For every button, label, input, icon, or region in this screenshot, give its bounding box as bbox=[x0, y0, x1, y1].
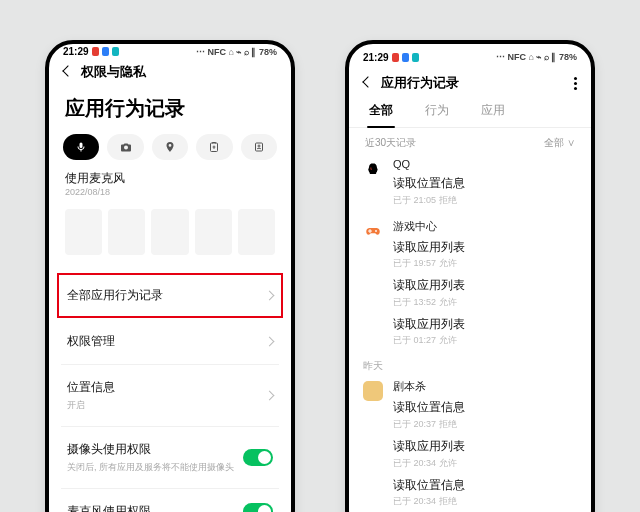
record-event: 读取应用列表 已于 01:27 允许 bbox=[393, 317, 577, 348]
chevron-right-icon bbox=[265, 391, 275, 401]
record-list: QQ 读取位置信息 已于 21:05 拒绝 游戏中心 读取应用列表 已于 19:… bbox=[349, 158, 591, 512]
location-state: 开启 bbox=[67, 399, 115, 412]
list-item[interactable]: QQ 读取位置信息 已于 21:05 拒绝 bbox=[363, 158, 577, 215]
tabs: 全部 行为 应用 bbox=[349, 96, 591, 128]
contacts-icon bbox=[253, 141, 265, 153]
app-name: 游戏中心 bbox=[393, 219, 577, 234]
header-title: 权限与隐私 bbox=[81, 63, 146, 81]
event-title: 读取位置信息 bbox=[393, 478, 577, 494]
status-time: 21:29 bbox=[363, 52, 389, 63]
mic-icon bbox=[75, 141, 87, 153]
location-icon bbox=[164, 141, 176, 153]
record-event: 读取位置信息 已于 20:37 拒绝 bbox=[393, 400, 577, 431]
header-title: 应用行为记录 bbox=[381, 74, 459, 92]
status-right: ⋯ NFC ⌂ ⌁ ⌕ ‖ 78% bbox=[196, 47, 277, 57]
mic-toggle-row: 麦克风使用权限 bbox=[61, 488, 279, 512]
app-name: 剧本杀 bbox=[393, 379, 577, 394]
status-pill-2 bbox=[102, 47, 109, 56]
app-icon-qq bbox=[363, 160, 383, 180]
day-label: 昨天 bbox=[363, 359, 577, 373]
filter-dropdown[interactable]: 全部 ∨ bbox=[544, 136, 575, 150]
usage-label: 使用麦克风 bbox=[49, 170, 291, 187]
status-time: 21:29 bbox=[63, 46, 89, 57]
tab-app[interactable]: 应用 bbox=[479, 96, 507, 127]
chip-clipboard[interactable] bbox=[196, 134, 232, 160]
status-pill-1 bbox=[392, 53, 399, 62]
status-bar: 21:29 ⋯ NFC ⌂ ⌁ ⌕ ‖ 78% bbox=[49, 44, 291, 57]
status-pill-2 bbox=[402, 53, 409, 62]
record-event: 读取位置信息 已于 21:05 拒绝 bbox=[393, 176, 577, 207]
phone-right: 21:29 ⋯ NFC ⌂ ⌁ ⌕ ‖ 78% 应用行为记录 全部 行为 应用 … bbox=[345, 40, 595, 512]
event-sub: 已于 21:05 拒绝 bbox=[393, 194, 577, 207]
permission-mgmt-link[interactable]: 权限管理 bbox=[61, 319, 279, 364]
tab-all[interactable]: 全部 bbox=[367, 96, 395, 127]
event-title: 读取应用列表 bbox=[393, 439, 577, 455]
status-pill-3 bbox=[412, 53, 419, 62]
list-item[interactable]: 剧本杀 读取位置信息 已于 20:37 拒绝 读取应用列表 已于 20:34 允… bbox=[363, 379, 577, 512]
list-item[interactable]: 游戏中心 读取应用列表 已于 19:57 允许 读取应用列表 已于 13:52 … bbox=[363, 219, 577, 356]
event-sub: 已于 20:37 拒绝 bbox=[393, 418, 577, 431]
mic-toggle-label: 麦克风使用权限 bbox=[67, 503, 151, 512]
camera-toggle[interactable] bbox=[243, 449, 273, 466]
chevron-right-icon bbox=[265, 337, 275, 347]
gamepad-icon bbox=[364, 222, 382, 240]
qq-icon bbox=[365, 162, 381, 178]
event-sub: 已于 19:57 允许 bbox=[393, 257, 577, 270]
thumb[interactable] bbox=[108, 209, 145, 255]
back-icon[interactable] bbox=[59, 63, 77, 81]
camera-toggle-row: 摄像头使用权限 关闭后, 所有应用及服务将不能使用摄像头 bbox=[61, 426, 279, 488]
location-label: 位置信息 bbox=[67, 379, 115, 396]
status-pill-1 bbox=[92, 47, 99, 56]
chip-contacts[interactable] bbox=[241, 134, 277, 160]
chevron-right-icon bbox=[265, 291, 275, 301]
event-title: 读取应用列表 bbox=[393, 278, 577, 294]
thumb[interactable] bbox=[195, 209, 232, 255]
usage-thumbs bbox=[49, 203, 291, 273]
camera-icon bbox=[120, 141, 132, 153]
camera-toggle-note: 关闭后, 所有应用及服务将不能使用摄像头 bbox=[67, 461, 234, 474]
event-title: 读取应用列表 bbox=[393, 317, 577, 333]
header: 权限与隐私 bbox=[49, 57, 291, 85]
app-name: QQ bbox=[393, 158, 577, 170]
event-sub: 已于 20:34 拒绝 bbox=[393, 495, 577, 508]
permission-mgmt-label: 权限管理 bbox=[67, 333, 115, 350]
status-pill-3 bbox=[112, 47, 119, 56]
usage-date: 2022/08/18 bbox=[49, 187, 291, 203]
all-records-label: 全部应用行为记录 bbox=[67, 287, 163, 304]
location-link[interactable]: 位置信息 开启 bbox=[61, 364, 279, 426]
record-event: 读取应用列表 已于 20:34 允许 bbox=[393, 439, 577, 470]
clipboard-icon bbox=[208, 141, 220, 153]
thumb[interactable] bbox=[151, 209, 188, 255]
mic-toggle[interactable] bbox=[243, 503, 273, 512]
filter-range: 近30天记录 bbox=[365, 136, 416, 150]
filter-bar: 近30天记录 全部 ∨ bbox=[349, 128, 591, 158]
thumb[interactable] bbox=[238, 209, 275, 255]
record-event: 读取位置信息 已于 20:34 拒绝 bbox=[393, 478, 577, 509]
event-sub: 已于 20:34 允许 bbox=[393, 457, 577, 470]
status-right: ⋯ NFC ⌂ ⌁ ⌕ ‖ 78% bbox=[496, 52, 577, 62]
header: 应用行为记录 bbox=[349, 68, 591, 96]
tab-behavior[interactable]: 行为 bbox=[423, 96, 451, 127]
chip-camera[interactable] bbox=[107, 134, 143, 160]
app-icon-game bbox=[363, 221, 383, 241]
status-bar: 21:29 ⋯ NFC ⌂ ⌁ ⌕ ‖ 78% bbox=[349, 44, 591, 68]
more-icon[interactable] bbox=[574, 77, 577, 90]
all-records-link[interactable]: 全部应用行为记录 bbox=[57, 273, 283, 318]
page-title: 应用行为记录 bbox=[49, 85, 291, 134]
event-title: 读取位置信息 bbox=[393, 400, 577, 416]
app-icon-script bbox=[363, 381, 383, 401]
camera-toggle-label: 摄像头使用权限 bbox=[67, 441, 234, 458]
event-title: 读取位置信息 bbox=[393, 176, 577, 192]
event-sub: 已于 13:52 允许 bbox=[393, 296, 577, 309]
chip-location[interactable] bbox=[152, 134, 188, 160]
record-event: 读取应用列表 已于 13:52 允许 bbox=[393, 278, 577, 309]
event-sub: 已于 01:27 允许 bbox=[393, 334, 577, 347]
svg-point-3 bbox=[375, 230, 377, 232]
back-icon[interactable] bbox=[359, 74, 377, 92]
record-event: 读取应用列表 已于 19:57 允许 bbox=[393, 240, 577, 271]
thumb[interactable] bbox=[65, 209, 102, 255]
svg-point-2 bbox=[258, 145, 260, 147]
chip-mic[interactable] bbox=[63, 134, 99, 160]
event-title: 读取应用列表 bbox=[393, 240, 577, 256]
filter-chip-row bbox=[49, 134, 291, 170]
